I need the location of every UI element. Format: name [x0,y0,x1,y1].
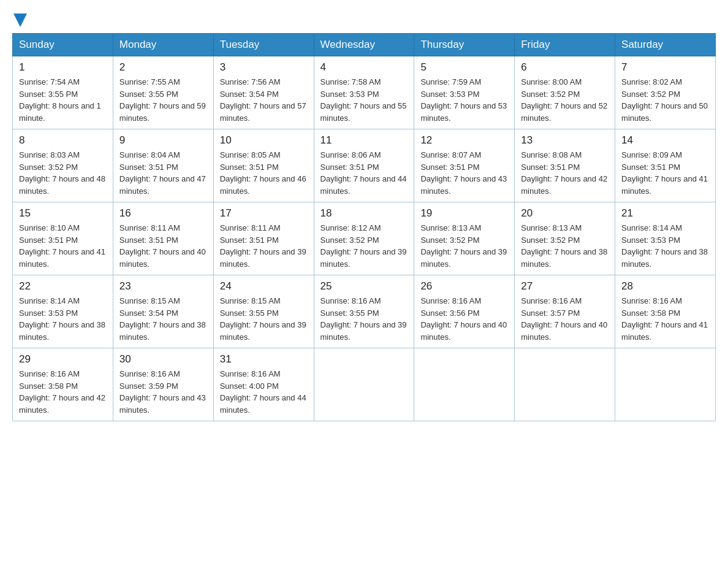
day-number: 20 [521,207,609,220]
calendar-cell: 13Sunrise: 8:08 AMSunset: 3:51 PMDayligh… [515,129,615,202]
calendar-cell [515,348,615,421]
day-number: 29 [19,353,107,366]
calendar-week-1: 1Sunrise: 7:54 AMSunset: 3:55 PMDaylight… [13,56,716,129]
day-info: Sunrise: 8:16 AMSunset: 3:57 PMDaylight:… [521,295,609,343]
day-info: Sunrise: 8:07 AMSunset: 3:51 PMDaylight:… [420,149,508,197]
calendar-body: 1Sunrise: 7:54 AMSunset: 3:55 PMDaylight… [13,56,716,421]
calendar-header: SundayMondayTuesdayWednesdayThursdayFrid… [13,34,716,56]
calendar-cell: 8Sunrise: 8:03 AMSunset: 3:52 PMDaylight… [13,129,113,202]
calendar-cell: 10Sunrise: 8:05 AMSunset: 3:51 PMDayligh… [213,129,314,202]
day-number: 13 [521,134,609,147]
calendar-cell: 6Sunrise: 8:00 AMSunset: 3:52 PMDaylight… [515,56,615,129]
calendar-cell [314,348,414,421]
day-number: 31 [220,353,308,366]
calendar-cell: 3Sunrise: 7:56 AMSunset: 3:54 PMDaylight… [213,56,314,129]
day-number: 15 [19,207,107,220]
header-day-monday: Monday [113,34,213,56]
day-number: 1 [19,61,107,74]
day-number: 27 [521,280,609,293]
day-info: Sunrise: 8:16 AMSunset: 4:00 PMDaylight:… [220,368,308,416]
day-info: Sunrise: 8:02 AMSunset: 3:52 PMDaylight:… [621,76,709,124]
day-info: Sunrise: 8:06 AMSunset: 3:51 PMDaylight:… [320,149,408,197]
calendar-cell: 31Sunrise: 8:16 AMSunset: 4:00 PMDayligh… [213,348,314,421]
day-info: Sunrise: 8:03 AMSunset: 3:52 PMDaylight:… [19,149,107,197]
calendar-cell [615,348,716,421]
day-number: 30 [119,353,207,366]
day-info: Sunrise: 8:00 AMSunset: 3:52 PMDaylight:… [521,76,609,124]
calendar-cell: 9Sunrise: 8:04 AMSunset: 3:51 PMDaylight… [113,129,213,202]
logo-triangle-icon [13,13,27,27]
header-day-sunday: Sunday [13,34,113,56]
day-info: Sunrise: 7:55 AMSunset: 3:55 PMDaylight:… [119,76,207,124]
day-number: 21 [621,207,709,220]
day-info: Sunrise: 8:09 AMSunset: 3:51 PMDaylight:… [621,149,709,197]
calendar-week-2: 8Sunrise: 8:03 AMSunset: 3:52 PMDaylight… [13,129,716,202]
calendar-cell: 30Sunrise: 8:16 AMSunset: 3:59 PMDayligh… [113,348,213,421]
calendar-cell: 29Sunrise: 8:16 AMSunset: 3:58 PMDayligh… [13,348,113,421]
day-info: Sunrise: 8:15 AMSunset: 3:55 PMDaylight:… [220,295,308,343]
day-info: Sunrise: 8:14 AMSunset: 3:53 PMDaylight:… [19,295,107,343]
day-info: Sunrise: 7:56 AMSunset: 3:54 PMDaylight:… [220,76,308,124]
calendar-cell: 1Sunrise: 7:54 AMSunset: 3:55 PMDaylight… [13,56,113,129]
calendar-cell: 11Sunrise: 8:06 AMSunset: 3:51 PMDayligh… [314,129,414,202]
calendar-cell: 14Sunrise: 8:09 AMSunset: 3:51 PMDayligh… [615,129,716,202]
calendar-cell: 24Sunrise: 8:15 AMSunset: 3:55 PMDayligh… [213,275,314,348]
day-number: 5 [420,61,508,74]
day-info: Sunrise: 8:08 AMSunset: 3:51 PMDaylight:… [521,149,609,197]
day-number: 14 [621,134,709,147]
day-info: Sunrise: 8:13 AMSunset: 3:52 PMDaylight:… [521,222,609,270]
day-number: 3 [220,61,308,74]
calendar-cell: 7Sunrise: 8:02 AMSunset: 3:52 PMDaylight… [615,56,716,129]
calendar-week-4: 22Sunrise: 8:14 AMSunset: 3:53 PMDayligh… [13,275,716,348]
calendar-cell: 15Sunrise: 8:10 AMSunset: 3:51 PMDayligh… [13,202,113,275]
day-number: 18 [320,207,408,220]
day-info: Sunrise: 8:11 AMSunset: 3:51 PMDaylight:… [119,222,207,270]
day-number: 28 [621,280,709,293]
day-info: Sunrise: 8:16 AMSunset: 3:56 PMDaylight:… [420,295,508,343]
calendar-cell: 28Sunrise: 8:16 AMSunset: 3:58 PMDayligh… [615,275,716,348]
header-day-tuesday: Tuesday [213,34,314,56]
day-number: 7 [621,61,709,74]
day-number: 6 [521,61,609,74]
calendar-cell: 20Sunrise: 8:13 AMSunset: 3:52 PMDayligh… [515,202,615,275]
calendar-week-5: 29Sunrise: 8:16 AMSunset: 3:58 PMDayligh… [13,348,716,421]
day-info: Sunrise: 8:14 AMSunset: 3:53 PMDaylight:… [621,222,709,270]
calendar-cell: 21Sunrise: 8:14 AMSunset: 3:53 PMDayligh… [615,202,716,275]
day-info: Sunrise: 8:05 AMSunset: 3:51 PMDaylight:… [220,149,308,197]
day-number: 25 [320,280,408,293]
calendar-cell: 4Sunrise: 7:58 AMSunset: 3:53 PMDaylight… [314,56,414,129]
day-number: 23 [119,280,207,293]
calendar-cell: 27Sunrise: 8:16 AMSunset: 3:57 PMDayligh… [515,275,615,348]
day-number: 16 [119,207,207,220]
day-number: 22 [19,280,107,293]
calendar-cell: 23Sunrise: 8:15 AMSunset: 3:54 PMDayligh… [113,275,213,348]
day-info: Sunrise: 8:16 AMSunset: 3:55 PMDaylight:… [320,295,408,343]
day-info: Sunrise: 7:58 AMSunset: 3:53 PMDaylight:… [320,76,408,124]
day-info: Sunrise: 8:11 AMSunset: 3:51 PMDaylight:… [220,222,308,270]
day-number: 4 [320,61,408,74]
day-number: 17 [220,207,308,220]
day-number: 26 [420,280,508,293]
calendar-cell: 12Sunrise: 8:07 AMSunset: 3:51 PMDayligh… [414,129,515,202]
day-number: 19 [420,207,508,220]
header-day-thursday: Thursday [414,34,515,56]
calendar-cell: 26Sunrise: 8:16 AMSunset: 3:56 PMDayligh… [414,275,515,348]
calendar-cell: 25Sunrise: 8:16 AMSunset: 3:55 PMDayligh… [314,275,414,348]
day-info: Sunrise: 8:10 AMSunset: 3:51 PMDaylight:… [19,222,107,270]
calendar-week-3: 15Sunrise: 8:10 AMSunset: 3:51 PMDayligh… [13,202,716,275]
header-day-wednesday: Wednesday [314,34,414,56]
calendar-cell: 17Sunrise: 8:11 AMSunset: 3:51 PMDayligh… [213,202,314,275]
calendar-cell: 2Sunrise: 7:55 AMSunset: 3:55 PMDaylight… [113,56,213,129]
day-number: 12 [420,134,508,147]
day-info: Sunrise: 8:04 AMSunset: 3:51 PMDaylight:… [119,149,207,197]
day-number: 24 [220,280,308,293]
day-info: Sunrise: 8:12 AMSunset: 3:52 PMDaylight:… [320,222,408,270]
calendar-cell: 18Sunrise: 8:12 AMSunset: 3:52 PMDayligh… [314,202,414,275]
day-info: Sunrise: 8:15 AMSunset: 3:54 PMDaylight:… [119,295,207,343]
calendar-cell: 16Sunrise: 8:11 AMSunset: 3:51 PMDayligh… [113,202,213,275]
calendar: SundayMondayTuesdayWednesdayThursdayFrid… [12,33,716,421]
header-day-friday: Friday [515,34,615,56]
header-day-saturday: Saturday [615,34,716,56]
calendar-cell: 19Sunrise: 8:13 AMSunset: 3:52 PMDayligh… [414,202,515,275]
day-info: Sunrise: 7:59 AMSunset: 3:53 PMDaylight:… [420,76,508,124]
